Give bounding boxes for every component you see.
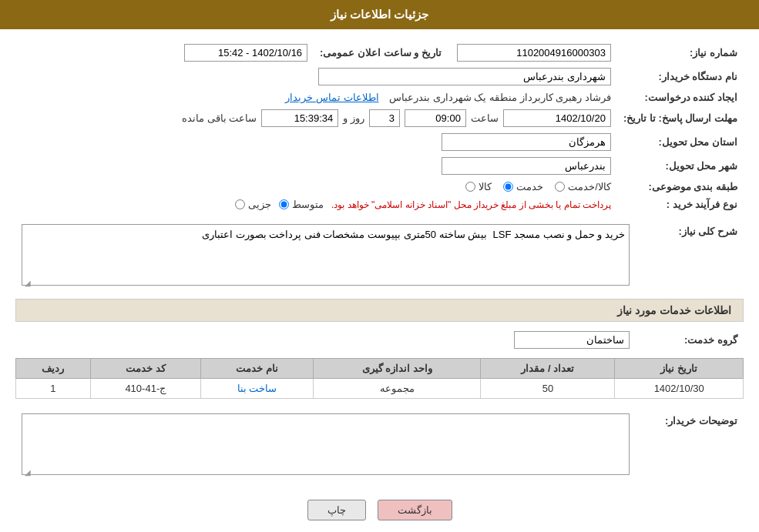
- col-tarikh: تاریخ نیاز: [615, 359, 744, 379]
- cell-kod: ج-41-410: [90, 379, 200, 399]
- cell-tarikh: 1402/10/30: [615, 379, 744, 399]
- ostan-input[interactable]: [442, 133, 611, 151]
- mohlat-days-label: روز و: [343, 112, 364, 124]
- radio-jozii[interactable]: جزیی: [235, 199, 271, 210]
- remain-time-input[interactable]: [261, 109, 338, 127]
- sharh-textarea[interactable]: [22, 224, 630, 286]
- grooh-khedmat-input[interactable]: [514, 331, 630, 349]
- radio-kala-khedmat-label: کالا/خدمت: [568, 181, 611, 192]
- mohlat-days-input[interactable]: [369, 109, 400, 127]
- shahr-input[interactable]: [442, 157, 611, 175]
- radio-jozii-label: جزیی: [248, 199, 271, 210]
- nooe-farayand-label: نوع فرآیند خرید :: [617, 196, 744, 213]
- tosihaat-textarea[interactable]: [22, 413, 630, 475]
- mohlat-label: مهلت ارسال پاسخ: تا تاریخ:: [617, 106, 744, 130]
- ijad-konande-label: ایجاد کننده درخواست:: [617, 89, 744, 106]
- tosihaat-label: توضیحات خریدار:: [636, 410, 744, 480]
- radio-kala-khedmat[interactable]: کالا/خدمت: [555, 181, 611, 192]
- col-kod: کد خدمت: [90, 359, 200, 379]
- cell-nam: ساخت بنا: [200, 379, 313, 399]
- ostan-label: استان محل تحویل:: [617, 130, 744, 154]
- col-tedad: تعداد / مقدار: [481, 359, 615, 379]
- radio-kala[interactable]: کالا: [465, 181, 492, 192]
- tarikh-elaan-label: تاریخ و ساعت اعلان عمومی:: [314, 41, 448, 65]
- cell-vahed: مجموعه: [314, 379, 481, 399]
- nooe-note: پرداخت تمام یا بخشی از مبلغ خریداز محل "…: [331, 199, 611, 210]
- radio-motavasset-label: متوسط: [292, 199, 324, 210]
- tabagheh-label: طبقه بندی موضوعی:: [617, 178, 744, 196]
- print-button[interactable]: چاپ: [307, 500, 366, 520]
- mohlat-date-input[interactable]: [503, 109, 611, 127]
- khadamat-section-header: اطلاعات خدمات مورد نیاز: [15, 299, 744, 322]
- mohlat-time-input[interactable]: [405, 109, 466, 127]
- sharh-label: شرح کلی نیاز:: [636, 221, 744, 291]
- back-button[interactable]: بازگشت: [378, 500, 452, 520]
- page-title: جزئیات اطلاعات نیاز: [331, 8, 428, 21]
- radio-khedmat-label: خدمت: [516, 181, 543, 192]
- mohlat-time-label: ساعت: [471, 112, 499, 124]
- grooh-khedmat-label: گروه خدمت:: [636, 328, 744, 352]
- shomara-niaz-input[interactable]: [457, 44, 611, 62]
- radio-motavasset[interactable]: متوسط: [279, 199, 324, 210]
- shomara-niaz-label: شماره نیاز:: [617, 41, 744, 65]
- resize-icon: ◢: [23, 279, 31, 286]
- nam-dastgah-input[interactable]: [318, 68, 611, 85]
- ijad-konande-value: فرشاد رهبری کاربرداز منطقه یک شهرداری بن…: [389, 92, 611, 103]
- tarikh-elaan-input[interactable]: [184, 44, 307, 62]
- nam-dastgah-label: نام دستگاه خریدار:: [617, 65, 744, 89]
- col-radif: ردیف: [16, 359, 91, 379]
- contact-link[interactable]: اطلاعات تماس خریدار: [285, 92, 378, 103]
- table-row: 1402/10/30 50 مجموعه ساخت بنا ج-41-410 1: [16, 379, 744, 399]
- button-bar: بازگشت چاپ: [15, 488, 744, 528]
- page-header: جزئیات اطلاعات نیاز: [0, 0, 759, 29]
- shahr-label: شهر محل تحویل:: [617, 154, 744, 178]
- radio-kala-label: کالا: [479, 181, 492, 192]
- resize-icon-2: ◢: [23, 468, 31, 476]
- services-table: تاریخ نیاز تعداد / مقدار واحد اندازه گیر…: [15, 358, 744, 399]
- col-vahed: واحد اندازه گیری: [314, 359, 481, 379]
- col-nam: نام خدمت: [200, 359, 313, 379]
- remain-label: ساعت باقی مانده: [182, 112, 257, 124]
- cell-tedad: 50: [481, 379, 615, 399]
- cell-radif: 1: [16, 379, 91, 399]
- radio-khedmat[interactable]: خدمت: [503, 181, 543, 192]
